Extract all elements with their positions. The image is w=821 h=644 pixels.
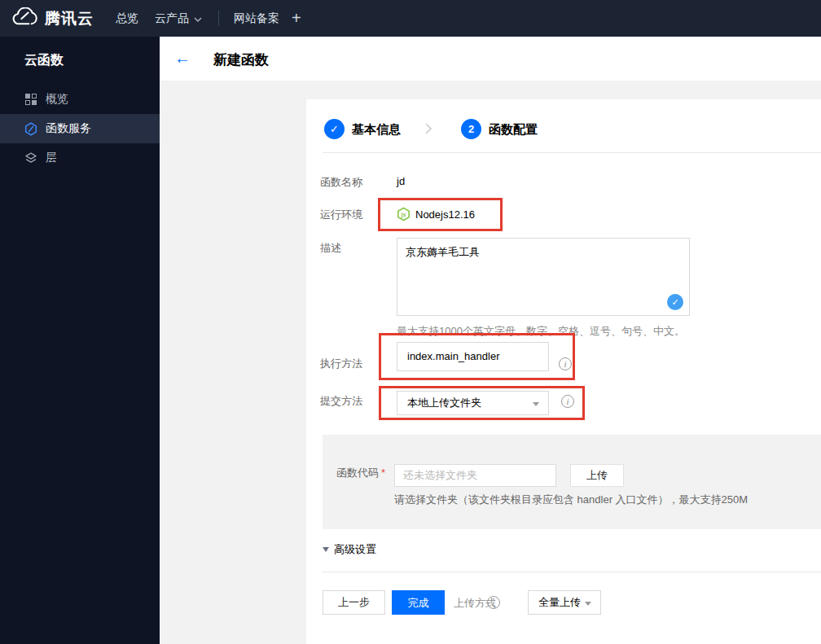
check-icon: ✓ xyxy=(671,297,678,308)
svg-text:js: js xyxy=(401,212,406,218)
chevron-down-icon xyxy=(194,0,202,37)
runtime-label: 运行环境 xyxy=(320,208,362,222)
step-2-circle: 2 xyxy=(461,119,481,139)
handler-input[interactable]: index.main_handler xyxy=(397,342,549,371)
brand-name: 腾讯云 xyxy=(45,8,94,29)
page-header: ← 新建函数 xyxy=(160,37,821,81)
triangle-down-icon xyxy=(323,547,329,552)
function-code-section: 函数代码* 还未选择文件夹 上传 请选择文件夹（该文件夹根目录应包含 handl… xyxy=(323,435,821,529)
topnav-website-beian[interactable]: 网站备案 xyxy=(234,0,279,37)
description-hint: 最大支持1000个英文字母、数字、空格、逗号、句号、中文。 xyxy=(397,324,685,339)
function-name-value: jd xyxy=(397,175,405,187)
check-icon: ✓ xyxy=(330,123,339,135)
topbar: 腾讯云 总览 云产品 网站备案 + xyxy=(0,0,821,37)
chevron-right-icon xyxy=(425,123,432,138)
caret-down-icon xyxy=(533,402,539,406)
cloud-logo-icon xyxy=(11,7,38,30)
required-asterisk: * xyxy=(381,467,385,479)
sidebar-title: 云函数 xyxy=(24,52,64,69)
topnav-overview[interactable]: 总览 xyxy=(116,0,138,37)
step-1-done-circle: ✓ xyxy=(324,119,345,139)
sidebar-item-overview[interactable]: 概览 xyxy=(0,85,160,114)
stepper-divider xyxy=(323,152,821,153)
submit-method-label: 提交方法 xyxy=(320,394,362,409)
upload-mode-select[interactable]: 全量上传 xyxy=(528,590,601,615)
submit-method-select[interactable]: 本地上传文件夹 xyxy=(397,391,549,415)
description-textarea[interactable]: 京东薅羊毛工具 xyxy=(397,238,690,316)
tencent-cloud-logo[interactable]: 腾讯云 xyxy=(11,5,94,33)
step-2-label: 函数配置 xyxy=(489,122,538,138)
footer-divider xyxy=(323,572,821,572)
back-button[interactable]: ← xyxy=(174,48,191,68)
advanced-settings-toggle[interactable]: 高级设置 xyxy=(323,542,376,557)
sidebar-item-function-service[interactable]: 函数服务 xyxy=(0,114,160,143)
function-hexagon-icon xyxy=(24,122,37,135)
upload-button[interactable]: 上传 xyxy=(570,464,624,487)
function-name-label: 函数名称 xyxy=(320,175,362,190)
runtime-value: Nodejs12.16 xyxy=(415,208,475,221)
create-function-card: ✓ 基本信息 2 函数配置 函数名称 jd 运行环境 js Nodejs12.1… xyxy=(306,99,821,644)
grid-icon xyxy=(24,93,37,106)
finish-button[interactable]: 完成 xyxy=(392,590,445,615)
previous-step-button[interactable]: 上一步 xyxy=(323,590,385,615)
description-label: 描述 xyxy=(320,241,341,256)
topnav-add-button[interactable]: + xyxy=(292,0,301,37)
sidebar-item-layers[interactable]: 层 xyxy=(0,143,160,173)
folder-path-input[interactable]: 还未选择文件夹 xyxy=(394,464,556,487)
valid-check-badge: ✓ xyxy=(667,294,683,310)
topnav-cloud-products[interactable]: 云产品 xyxy=(155,0,202,37)
topnav-divider xyxy=(218,11,219,26)
handler-info-icon[interactable]: i xyxy=(559,357,572,370)
page-title: 新建函数 xyxy=(213,50,269,69)
nodejs-icon: js xyxy=(397,207,410,225)
layers-icon xyxy=(24,151,37,164)
step-1-label: 基本信息 xyxy=(352,122,401,138)
upload-mode-info-icon[interactable]: i xyxy=(487,596,500,609)
caret-down-icon xyxy=(585,602,591,606)
function-code-label: 函数代码* xyxy=(336,466,385,480)
function-code-hint: 请选择文件夹（该文件夹根目录应包含 handler 入口文件），最大支持250M xyxy=(394,493,748,507)
content-area: ✓ 基本信息 2 函数配置 函数名称 jd 运行环境 js Nodejs12.1… xyxy=(160,81,821,644)
submit-method-info-icon[interactable]: i xyxy=(561,395,574,408)
sidebar: 云函数 概览 函数服务 层 xyxy=(0,37,160,644)
handler-label: 执行方法 xyxy=(320,357,362,371)
